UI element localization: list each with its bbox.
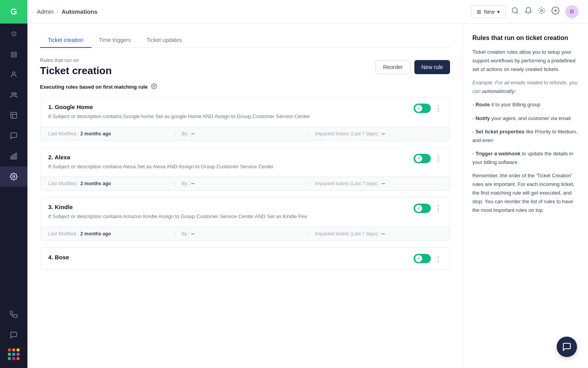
right-panel-title: Rules that run on ticket creation: [472, 35, 579, 42]
rule-1-last-modified: Last Modified : 2 months ago: [48, 131, 175, 137]
topnav-actions: ⊞ New ▾ D: [471, 5, 579, 18]
rule-4-toggle[interactable]: [414, 254, 431, 263]
svg-point-9: [13, 176, 15, 178]
right-panel-body: Ticket creation rules allow you to setup…: [472, 48, 579, 215]
tab-ticket-updates[interactable]: Ticket updates: [139, 33, 190, 48]
rule-3-actions: ⋮: [414, 204, 442, 213]
breadcrumb: Admin › Automations: [37, 8, 98, 15]
svg-point-2: [15, 93, 16, 95]
rule-card-3-top: 3. Kindle If Subject or description cont…: [40, 197, 450, 227]
sidebar-item-message-bottom[interactable]: [0, 325, 27, 345]
automatically-bold: automatically:: [482, 88, 516, 94]
rule-2-toggle[interactable]: [414, 154, 431, 163]
rule-card-2: 2. Alexa If Subject or description conta…: [40, 147, 450, 191]
rule-card-3: 3. Kindle If Subject or description cont…: [40, 197, 450, 241]
new-rule-button[interactable]: New rule: [414, 60, 450, 74]
notifications-icon[interactable]: [524, 7, 532, 16]
rule-3-toggle[interactable]: [414, 204, 431, 213]
sidebar-item-home[interactable]: ⊙: [0, 24, 27, 44]
app-dots-grid[interactable]: [5, 345, 23, 363]
rule-1-more-icon[interactable]: ⋮: [435, 104, 442, 113]
integrations-icon[interactable]: [538, 7, 546, 16]
rule-1-footer: Last Modified : 2 months ago By : -- Imp…: [40, 127, 450, 140]
right-panel-example: Example: For all emails related to refun…: [472, 78, 579, 96]
sidebar-item-team[interactable]: [0, 85, 27, 105]
dot-red: [8, 348, 11, 352]
right-panel-closing: Remember, the order of the 'Ticket Creat…: [472, 171, 579, 215]
rule-1-description: If Subject or description contains Googl…: [48, 113, 414, 120]
right-panel-bullet-trigger: - Trigger a webhook to update the detail…: [472, 149, 579, 167]
new-button-chevron: ▾: [497, 9, 500, 15]
sidebar-item-chat[interactable]: [0, 126, 27, 146]
rule-4-number-name: 4. Bose: [48, 254, 414, 261]
route-bold: Route: [475, 102, 490, 107]
sidebar: G ⊙ ▤: [0, 0, 27, 368]
breadcrumb-admin[interactable]: Admin: [37, 8, 54, 15]
avatar[interactable]: D: [565, 5, 579, 18]
rule-card-4-top: 4. Bose ⋮: [40, 248, 450, 270]
tabs: Ticket creation Time triggers Ticket upd…: [40, 24, 450, 48]
rule-1-toggle[interactable]: [414, 104, 431, 113]
sidebar-logo[interactable]: G: [0, 0, 27, 24]
ai-icon[interactable]: [551, 6, 560, 17]
main-content: Ticket creation Time triggers Ticket upd…: [27, 24, 463, 368]
tab-time-triggers[interactable]: Time triggers: [91, 33, 139, 48]
page-title: Ticket creation: [40, 65, 112, 77]
sidebar-item-library[interactable]: [0, 105, 27, 126]
executing-rules-settings-icon[interactable]: [151, 83, 157, 91]
rule-2-description: If Subject or description contains Alexa…: [48, 163, 414, 171]
sidebar-item-settings[interactable]: [0, 166, 27, 187]
dot-orange: [12, 348, 15, 352]
rule-2-actions: ⋮: [414, 154, 442, 163]
rule-4-more-icon[interactable]: ⋮: [435, 254, 442, 263]
dot-pink: [12, 357, 15, 360]
executing-rules-label: Executing rules based on first matching …: [40, 84, 148, 90]
rule-card-4: 4. Bose ⋮: [40, 247, 450, 270]
rule-3-impacted: Impacted tickets (Last 7 days) : --: [309, 231, 442, 237]
trigger-bold: Trigger a webhook: [475, 151, 521, 157]
tab-ticket-creation[interactable]: Ticket creation: [40, 33, 91, 48]
reorder-button[interactable]: Reorder: [376, 60, 410, 74]
right-panel-bullet-route: - Route it to your Billing group: [472, 100, 579, 109]
right-panel: Rules that run on ticket creation Ticket…: [463, 24, 588, 368]
svg-rect-8: [15, 153, 16, 159]
dot-teal: [8, 357, 11, 360]
rules-that-run-on-label: Rules that run on: [40, 57, 112, 63]
sidebar-item-phone[interactable]: [0, 304, 27, 325]
rule-4-actions: ⋮: [414, 254, 442, 263]
svg-rect-7: [13, 155, 14, 159]
rule-card-1-top: 1. Google Home If Subject or description…: [40, 97, 450, 127]
search-icon[interactable]: [511, 7, 519, 16]
executing-rules-bar: Executing rules based on first matching …: [40, 83, 450, 91]
sidebar-item-contacts[interactable]: [0, 64, 27, 85]
new-button[interactable]: ⊞ New ▾: [471, 5, 506, 18]
rule-card-4-info: 4. Bose: [48, 254, 414, 263]
new-button-icon: ⊞: [477, 9, 481, 15]
sidebar-item-reports[interactable]: [0, 146, 27, 166]
notify-bold: Notify: [475, 115, 490, 121]
rule-2-impacted: Impacted tickets (Last 7 days) : --: [309, 181, 442, 186]
rule-3-more-icon[interactable]: ⋮: [435, 204, 442, 213]
breadcrumb-current: Automations: [62, 8, 98, 15]
rule-card-1: 1. Google Home If Subject or description…: [40, 97, 450, 141]
svg-point-10: [512, 8, 517, 13]
rule-card-2-top: 2. Alexa If Subject or description conta…: [40, 148, 450, 177]
dot-deeporange: [16, 357, 20, 360]
dot-purple: [16, 353, 20, 356]
rule-2-last-modified: Last Modified : 2 months ago: [48, 181, 175, 186]
rule-1-impacted: Impacted tickets (Last 7 days) : --: [309, 131, 442, 137]
rule-card-2-info: 2. Alexa If Subject or description conta…: [48, 154, 414, 171]
rule-3-footer: Last Modified : 2 months ago By : -- Imp…: [40, 227, 450, 240]
rule-1-by: By : --: [175, 131, 308, 137]
main-wrapper: Admin › Automations ⊞ New ▾ D: [27, 0, 588, 368]
topnav: Admin › Automations ⊞ New ▾ D: [27, 0, 588, 24]
set-ticket-bold: Set ticket properties: [475, 129, 524, 135]
rule-3-number-name: 3. Kindle: [48, 204, 414, 210]
rule-3-by: By : --: [175, 231, 308, 237]
example-label: Example: For all emails related to refun…: [472, 80, 577, 94]
rule-2-by: By : --: [175, 181, 308, 186]
sidebar-item-inbox[interactable]: ▤: [0, 44, 27, 64]
chat-fab-button[interactable]: [557, 337, 577, 357]
rule-2-more-icon[interactable]: ⋮: [435, 154, 442, 163]
rule-2-number-name: 2. Alexa: [48, 154, 414, 160]
